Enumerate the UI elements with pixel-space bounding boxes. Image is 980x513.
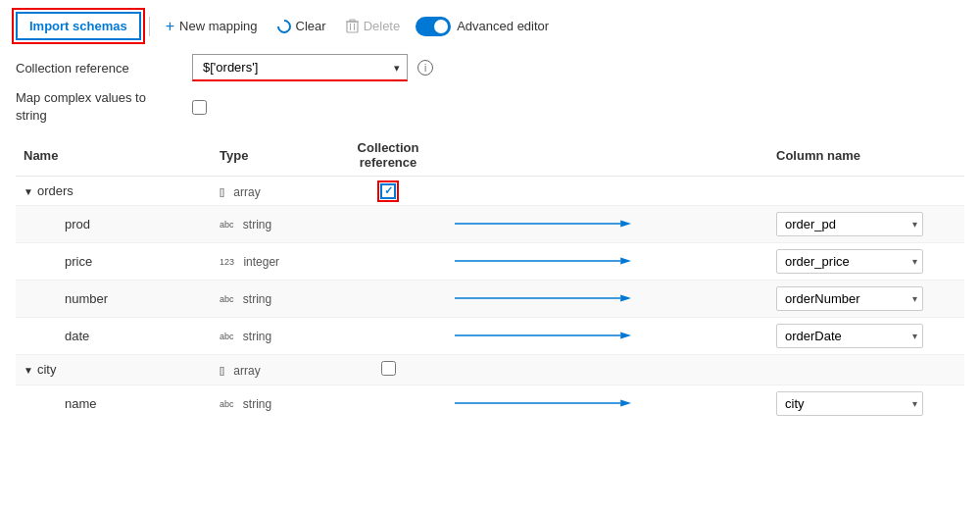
checkmark-icon: ✓ <box>384 184 393 197</box>
cell-column-name: order_pd ▾ <box>768 205 964 242</box>
mapping-arrow <box>455 395 631 411</box>
column-name-select[interactable]: orderNumber <box>776 286 923 311</box>
cell-type: 123 integer <box>212 242 329 280</box>
form-section: Collection reference $['orders'] ▾ i Map… <box>16 54 964 125</box>
row-name-text: date <box>65 329 89 343</box>
map-complex-label: Map complex values tostring <box>16 89 192 125</box>
delete-button[interactable]: Delete <box>338 14 409 38</box>
new-mapping-label: New mapping <box>179 19 258 33</box>
new-mapping-button[interactable]: + New mapping <box>158 13 266 40</box>
table-body: ▼orders[] array✓prodabc string order_pd … <box>16 177 964 422</box>
cell-collection-ref <box>329 205 447 242</box>
cell-type: abc string <box>212 205 329 242</box>
cell-arrow <box>447 317 768 354</box>
type-badge: 123 integer <box>220 255 279 269</box>
import-schemas-button[interactable]: Import schemas <box>16 12 141 40</box>
advanced-editor-toggle[interactable] <box>416 17 451 36</box>
column-name-select[interactable]: orderDate <box>776 324 923 348</box>
cell-type: abc string <box>212 317 329 354</box>
column-name-select-wrap: order_pd ▾ <box>776 212 923 236</box>
cell-name: price <box>16 242 212 280</box>
type-badge: [] array <box>220 185 261 199</box>
cell-column-name: orderDate ▾ <box>768 317 964 354</box>
svg-marker-6 <box>620 221 631 228</box>
svg-marker-12 <box>620 333 631 339</box>
cell-arrow <box>447 385 768 422</box>
type-prefix: [] <box>220 366 224 376</box>
type-label: array <box>233 364 260 378</box>
cell-collection-ref <box>329 280 447 317</box>
info-icon[interactable]: i <box>417 60 433 76</box>
cell-arrow <box>447 280 768 317</box>
arrow-line <box>455 328 760 343</box>
collection-ref-select[interactable]: $['orders'] <box>192 54 408 81</box>
type-prefix: [] <box>220 187 224 197</box>
header-column-name: Column name <box>768 134 964 177</box>
header-arrow <box>447 134 768 177</box>
row-name-text: orders <box>37 183 74 198</box>
collection-ref-label: Collection reference <box>16 61 192 76</box>
svg-marker-10 <box>620 295 631 302</box>
arrow-line <box>455 290 760 306</box>
map-complex-checkbox[interactable] <box>192 100 207 115</box>
cell-arrow <box>447 205 768 242</box>
column-name-select[interactable]: order_pd <box>776 212 923 236</box>
cell-type: [] array <box>212 354 329 385</box>
cell-arrow <box>447 177 768 206</box>
expand-arrow-icon[interactable]: ▼ <box>24 365 33 376</box>
row-name-text: number <box>65 291 108 306</box>
row-name-text: name <box>65 396 97 411</box>
cell-name: ▼orders <box>16 177 212 206</box>
type-prefix: abc <box>220 399 234 409</box>
mapping-arrow <box>455 216 631 231</box>
cell-column-name <box>768 177 964 206</box>
table-row: dateabc string orderDate ▾ <box>16 317 964 354</box>
advanced-editor-toggle-wrap: Advanced editor <box>416 17 549 36</box>
header-name: Name <box>16 134 212 177</box>
cell-type: [] array <box>212 177 329 206</box>
cell-column-name: orderNumber ▾ <box>768 280 964 317</box>
type-label: string <box>243 292 271 306</box>
map-complex-checkbox-wrap <box>192 100 207 115</box>
cell-arrow <box>447 354 768 385</box>
cell-column-name: city ▾ <box>768 385 964 422</box>
refresh-icon <box>274 17 294 36</box>
table-row: ▼city[] array <box>16 354 964 385</box>
type-label: string <box>243 330 271 343</box>
mapping-table: Name Type Collectionreference Column nam… <box>16 134 964 422</box>
cell-name: number <box>16 280 212 317</box>
cell-name: date <box>16 317 212 354</box>
collection-ref-checkbox-checked[interactable]: ✓ <box>380 183 396 199</box>
collection-ref-row: Collection reference $['orders'] ▾ i <box>16 54 964 81</box>
column-name-select-wrap: order_price ▾ <box>776 249 923 274</box>
header-type: Type <box>212 134 329 177</box>
cell-column-name <box>768 354 964 385</box>
column-name-select-wrap: city ▾ <box>776 391 923 416</box>
column-name-select[interactable]: city <box>776 391 923 416</box>
collection-ref-select-wrap: $['orders'] ▾ i <box>192 54 433 81</box>
cell-type: abc string <box>212 280 329 317</box>
trash-icon <box>346 19 359 33</box>
type-prefix: 123 <box>220 257 234 267</box>
cell-arrow <box>447 242 768 280</box>
svg-marker-14 <box>620 400 631 407</box>
row-name-text: prod <box>65 217 90 231</box>
arrow-line <box>455 395 760 411</box>
collection-ref-checkbox[interactable] <box>381 361 396 376</box>
type-badge: [] array <box>220 364 261 378</box>
plus-icon: + <box>166 18 174 35</box>
expand-arrow-icon[interactable]: ▼ <box>24 186 33 197</box>
clear-button[interactable]: Clear <box>270 14 334 38</box>
cell-collection-ref <box>329 317 447 354</box>
svg-marker-8 <box>620 258 631 265</box>
type-badge: abc string <box>220 397 271 411</box>
type-label: string <box>243 218 271 231</box>
header-row: Name Type Collectionreference Column nam… <box>16 134 964 177</box>
type-badge: abc string <box>220 330 271 343</box>
column-name-select-wrap: orderNumber ▾ <box>776 286 923 311</box>
mapping-arrow <box>455 328 631 343</box>
column-name-select[interactable]: order_price <box>776 249 923 274</box>
table-row: numberabc string orderNumber ▾ <box>16 280 964 317</box>
toolbar-separator <box>149 17 150 36</box>
cell-type: abc string <box>212 385 329 422</box>
